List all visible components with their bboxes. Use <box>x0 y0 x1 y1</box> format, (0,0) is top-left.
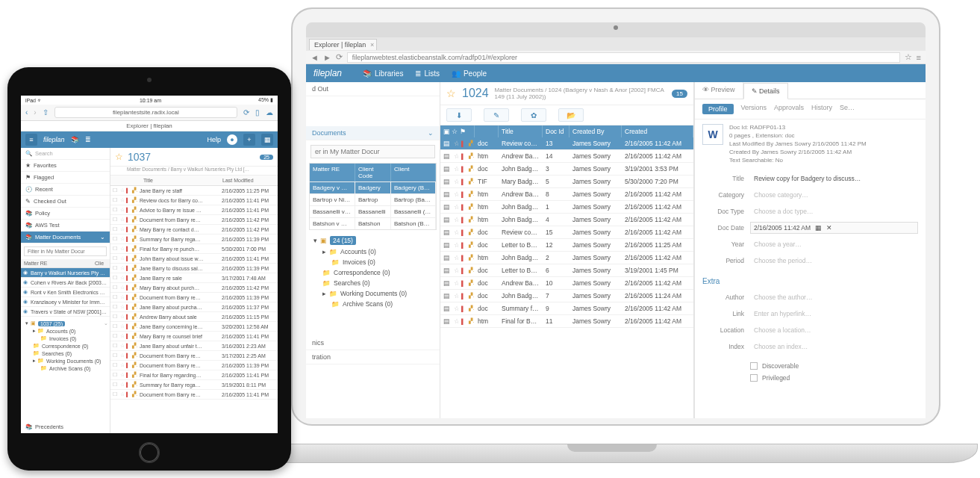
filter-input[interactable] <box>24 246 107 256</box>
table-row[interactable]: ▤☆▌▞docReview copy for Ba…15James Sowry2… <box>440 226 693 239</box>
brand-logo[interactable]: fileplan <box>43 136 65 143</box>
libraries-icon[interactable]: 📚 <box>71 136 79 143</box>
sidebar-item-precedents[interactable]: 📚 Precedents <box>21 421 110 433</box>
edit-button[interactable]: ✎ <box>484 108 509 122</box>
tab-details[interactable]: ✎ Details <box>743 83 788 99</box>
star-icon[interactable]: ☆ <box>446 87 456 99</box>
table-row[interactable]: ☐☆▌▞Document from Barry re…2/16/2005 11:… <box>110 361 278 370</box>
mini-table-row[interactable]: ◉Barry v Walkuri Nurseries Pty L… <box>21 268 110 278</box>
more-icon[interactable]: ▦ <box>261 134 273 146</box>
open-folder-button[interactable]: 📂 <box>558 108 584 122</box>
table-row[interactable]: ☐☆▌▞Document from Barry re…2/16/2005 11:… <box>110 215 278 225</box>
lists-icon[interactable]: ≣ <box>85 136 91 143</box>
calendar-icon[interactable]: ▦ <box>815 224 822 232</box>
field-docdate[interactable]: 2/16/2005 11:42 AM ▦ ✕ <box>750 222 918 234</box>
download-button[interactable]: ⬇ <box>446 108 472 122</box>
table-row[interactable]: ▤☆▌▞htmFinal for Badgery re…11James Sowr… <box>440 315 693 328</box>
sidebar-item-matter-docs[interactable]: 📚 Matter Documents⌄ <box>21 232 110 243</box>
reload-icon[interactable]: ⟳ <box>336 52 343 62</box>
menu-icon[interactable]: ≡ <box>25 134 37 146</box>
browser-tab[interactable]: Explorer | fileplan × <box>309 39 377 50</box>
field-doctype[interactable]: Choose a doc type… <box>750 205 918 217</box>
subtab-versions[interactable]: Versions <box>741 104 767 114</box>
sidebar-item-aws-test[interactable]: 📚 AWS Test <box>21 220 110 232</box>
table-row[interactable]: ☐☆▌▞Jane Barry about unfair t…3/16/2001 … <box>110 341 278 351</box>
tree-correspondence[interactable]: 📁 Correspondence (0) <box>22 342 108 350</box>
tree-root[interactable]: ▾ ▣ 24 (15) <box>309 235 437 246</box>
table-row[interactable]: ☐☆▌▞Mary Barry re contact d…2/16/2005 11… <box>110 225 278 235</box>
sidebar-item-policy[interactable]: 📚 Policy <box>21 208 110 220</box>
help-link[interactable]: Help <box>207 136 221 143</box>
sidebar-item-favorites[interactable]: ★ Favorites <box>21 160 110 172</box>
table-row[interactable]: ☐☆▌▞Jane Barry about purcha…2/16/2005 11… <box>110 302 278 312</box>
table-row[interactable]: ☐☆▌▞Document from Barry re…2/16/2005 11:… <box>110 293 278 302</box>
table-row[interactable]: ▤☆▌▞docReview copy for Ba…13James Sowry2… <box>440 137 693 150</box>
mini-table-row[interactable]: Badgery v Nash & A…BadgeryBadgery (Badge… <box>310 181 436 193</box>
table-row[interactable]: ▤☆▌▞docJohn Badgery to dis…3James Sowry3… <box>440 163 693 176</box>
tree-root[interactable]: ▾ ▣ 1037 (25) ⌄ <box>22 320 108 327</box>
add-button[interactable]: + <box>243 134 255 146</box>
table-row[interactable]: ☐☆▌▞Final for Barry re punch…5/30/2001 7… <box>110 244 278 254</box>
subtab-profile[interactable]: Profile <box>702 104 734 114</box>
tree-working-docs[interactable]: ▸ 📁 Working Documents (0) <box>22 357 108 364</box>
nav-libraries[interactable]: 📚 Libraries <box>363 69 403 78</box>
table-row[interactable]: ▤☆▌▞htmAndrew Badgery re…8James Sowry2/1… <box>440 188 693 201</box>
mini-table-row[interactable]: ◉Travers v State of NSW [2001] F… <box>21 307 110 317</box>
tab-preview[interactable]: 👁 Preview <box>695 82 743 99</box>
filter-input[interactable] <box>310 145 435 158</box>
table-row[interactable]: ☐☆▌▞Jane Barry re staff2/16/2005 11:25 P… <box>110 186 278 196</box>
subtab-more[interactable]: Se… <box>840 104 855 114</box>
tree-working-docs[interactable]: ▸ 📁 Working Documents (0) <box>309 288 437 299</box>
field-title[interactable]: Review copy for Badgery to discuss… <box>750 173 918 184</box>
table-row[interactable]: ☐☆▌▞Mary Barry about purch…2/16/2005 11:… <box>110 283 278 293</box>
table-row[interactable]: ☐☆▌▞Jane Barry re sale3/17/2001 7:48 AM <box>110 273 278 283</box>
field-year[interactable]: Choose a year… <box>750 238 918 250</box>
table-row[interactable]: ▤☆▌▞TIFMary Badgery re sale5James Sowry5… <box>440 176 693 188</box>
sidebar-header-matter-docs[interactable]: Documents⌄ <box>306 126 440 140</box>
tree-correspondence[interactable]: 📁 Correspondence (0) <box>309 267 437 278</box>
check-discoverable[interactable]: Discoverable <box>695 360 926 372</box>
book-icon[interactable]: ▯ <box>255 108 260 117</box>
star-icon[interactable]: ☆ <box>115 152 123 162</box>
tree-archive-scans[interactable]: 📁 Archive Scans (0) <box>309 299 437 309</box>
sidebar-item-checked-out[interactable]: ✎ Checked Out <box>21 196 110 208</box>
table-row[interactable]: ☐☆▌▞Andrew Barry about sale2/16/2005 11:… <box>110 312 278 322</box>
tree-searches[interactable]: 📁 Searches (0) <box>309 278 437 288</box>
forward-icon[interactable]: ► <box>323 53 331 62</box>
cloud-icon[interactable]: ☁ <box>266 108 273 117</box>
tree-accounts[interactable]: ▸ 📁 Accounts (0) <box>309 246 437 257</box>
table-row[interactable]: ☐☆▌▞Document from Barry re…3/17/2001 2:2… <box>110 351 278 361</box>
field-link[interactable]: Enter an hyperlink… <box>750 308 918 320</box>
table-row[interactable]: ▤☆▌▞htmAndrew Badgery ab…14James Sowry2/… <box>440 150 693 163</box>
mini-table-row[interactable]: Bassanelli v QBE Ins…BassanelliBassanell… <box>310 205 436 217</box>
forward-icon[interactable]: › <box>34 108 36 117</box>
table-row[interactable]: ☐☆▌▞John Barry about issue w…2/16/2005 1… <box>110 254 278 264</box>
tree-invoices[interactable]: 📁 Invoices (0) <box>22 335 108 342</box>
share-icon[interactable]: ⇧ <box>43 108 49 117</box>
reload-icon[interactable]: ⟳ <box>243 108 249 117</box>
subtab-approvals[interactable]: Approvals <box>774 104 804 114</box>
back-icon[interactable]: ◄ <box>310 53 319 62</box>
field-location[interactable]: Choose a location… <box>750 324 918 336</box>
url-field[interactable]: fileplanwebtest.elasticbeanstalk.com/rad… <box>347 52 900 63</box>
menu-icon[interactable]: ≡ <box>917 53 921 62</box>
tree-searches[interactable]: 📁 Searches (0) <box>22 350 108 357</box>
table-row[interactable]: ▤☆▌▞docJohn Badgery to dis…7James Sowry2… <box>440 290 693 302</box>
nav-lists[interactable]: ≣ Lists <box>415 69 440 78</box>
bookmark-icon[interactable]: ☆ <box>905 52 912 62</box>
table-row[interactable]: ▤☆▌▞docSummary for Badge…9James Sowry2/1… <box>440 302 693 315</box>
table-row[interactable]: ▤☆▌▞htmJohn Badgery re…4James Sowry2/16/… <box>440 214 693 226</box>
table-row[interactable]: ▤☆▌▞docAndrew Badgery co…10James Sowry2/… <box>440 277 693 290</box>
table-row[interactable]: ☐☆▌▞Mary Barry re counsel brief2/16/2005… <box>110 332 278 341</box>
table-row[interactable]: ☐☆▌▞Summary for Barry rega…3/19/2001 8:1… <box>110 380 278 390</box>
home-button[interactable] <box>139 442 160 463</box>
field-category[interactable]: Choose category… <box>750 189 918 201</box>
sidebar-item-recent[interactable]: 🕘 Recent <box>21 184 110 196</box>
table-row[interactable]: ☐☆▌▞Final for Barry regarding…2/16/2005 … <box>110 370 278 380</box>
table-row[interactable]: ☐☆▌▞Review docs for Barry co…2/16/2005 1… <box>110 196 278 205</box>
close-icon[interactable]: × <box>370 41 374 49</box>
mini-table-row[interactable]: Batshon v Miglioris…BatshonBatshon (Bats… <box>310 217 436 229</box>
nav-people[interactable]: 👥 People <box>452 69 487 78</box>
mini-table-row[interactable]: Bartrop v Nilant & A…BartropBartrop (Bar… <box>310 193 436 205</box>
table-row[interactable]: ▤☆▌▞docLetter to Badgery c…12James Sowry… <box>440 239 693 252</box>
